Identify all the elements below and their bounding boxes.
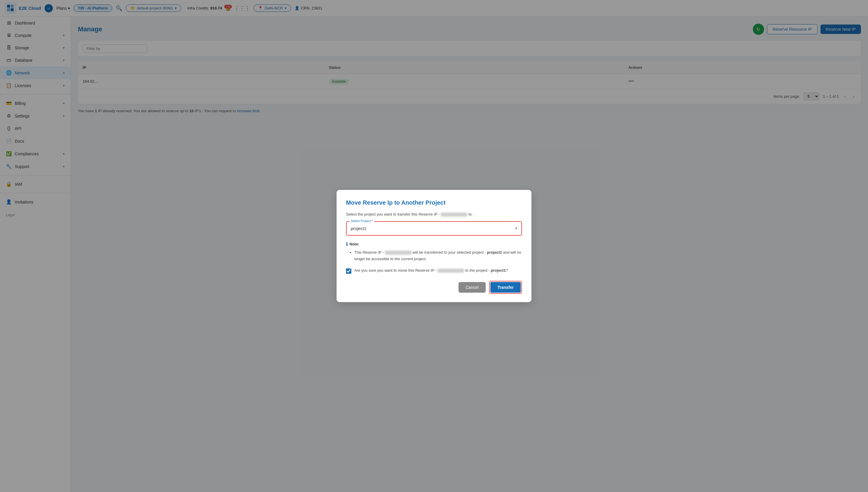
modal-subtitle: Select the project you want to transfer …	[346, 212, 522, 217]
info-icon: ℹ	[346, 242, 348, 247]
ip-blur-subtitle	[441, 213, 467, 217]
cancel-button[interactable]: Cancel	[459, 282, 486, 293]
subtitle-after: to :	[468, 212, 474, 217]
ip-blur-confirm	[437, 269, 464, 273]
modal-overlay: Move Reserve Ip to Another Project Selec…	[0, 0, 868, 492]
ip-blur-note	[385, 251, 412, 254]
project-select[interactable]: project1 project2	[347, 222, 521, 235]
note-box: ℹ Note: This Reserve IP - will be transf…	[346, 242, 522, 262]
note-bullet-item: This Reserve IP - will be transferred to…	[354, 249, 522, 262]
note-title: ℹ Note:	[346, 242, 522, 247]
confirm-row: Are you sure you want to move this Reser…	[346, 268, 522, 274]
transfer-button[interactable]: Transfer	[490, 282, 521, 293]
modal-actions: Cancel Transfer	[346, 281, 522, 294]
move-reserve-ip-modal: Move Reserve Ip to Another Project Selec…	[337, 190, 531, 302]
note-title-text: Note:	[350, 242, 359, 246]
subtitle-before: Select the project you want to transfer …	[346, 212, 441, 217]
modal-title: Move Reserve Ip to Another Project	[346, 199, 522, 206]
confirm-checkbox[interactable]	[346, 268, 351, 274]
select-project-label: Select Project *	[350, 219, 374, 223]
confirm-text: Are you sure you want to move this Reser…	[354, 268, 508, 273]
project-select-wrapper: Select Project * project1 project2 ▾	[346, 221, 522, 236]
transfer-button-wrapper: Transfer	[489, 281, 522, 294]
note-list: This Reserve IP - will be transferred to…	[354, 249, 522, 262]
